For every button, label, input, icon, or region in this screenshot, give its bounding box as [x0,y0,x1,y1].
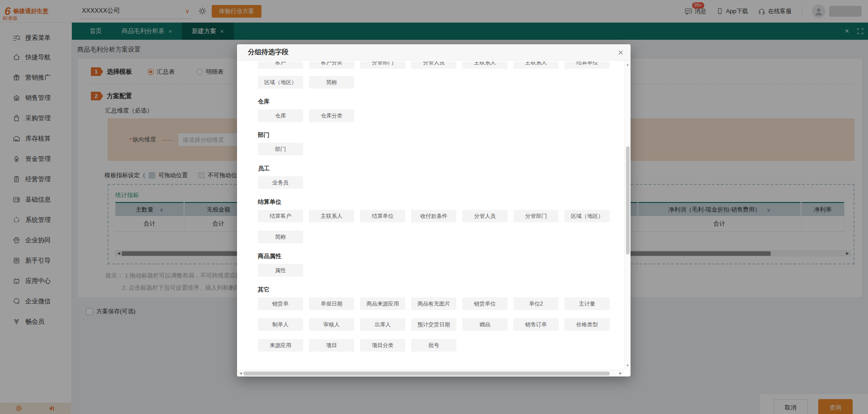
clipped-field-row: 客户客户分类分管部门分管人员主联系人主联系人结算单位 [258,61,624,69]
close-icon[interactable]: × [618,48,623,57]
field-button[interactable]: 结算单位 [360,210,405,222]
dialog-title: 分组待选字段 [248,48,289,56]
scroll-left-icon[interactable]: ◀ [237,370,244,376]
dialog-header: 分组待选字段 × [237,44,631,61]
field-button[interactable]: 主联系人 [513,61,559,69]
field-button[interactable]: 分管人员 [411,61,456,69]
field-button[interactable]: 分管人员 [462,210,508,222]
field-row: 仓库仓库分类 [258,109,624,122]
field-button[interactable]: 仓库 [258,109,303,122]
field-group-title: 其它 [258,286,624,294]
field-button[interactable]: 区域（地区） [258,76,303,89]
app-window: 6 畅捷通好生意 标准版 XXXXXX公司 ∨ 体验行业方案 消息 99+ Ap… [0,0,868,414]
field-row: 区域（地区）简称 [258,76,624,89]
scrollbar-thumb[interactable] [626,146,630,254]
field-group-title: 商品属性 [258,252,624,260]
modal-vertical-scrollbar[interactable]: ▲ ▼ [624,61,631,370]
field-button[interactable]: 商品来源应用 [360,297,405,310]
field-button[interactable]: 商品有无图片 [411,297,456,310]
modal-horizontal-scrollbar[interactable]: ◀ ▶ [237,370,624,376]
field-button[interactable]: 结算客户 [258,210,303,222]
scroll-up-icon[interactable]: ▲ [625,61,631,68]
field-button[interactable]: 结算单位 [564,61,610,69]
field-groups: 仓库仓库仓库分类部门部门员工业务员结算单位结算客户主联系人结算单位收付款条件分管… [258,98,624,352]
field-button[interactable]: 出库人 [360,318,405,331]
field-button[interactable]: 预计交货日期 [411,318,456,331]
field-button[interactable]: 销货单 [258,297,303,310]
field-button[interactable]: 主计量 [564,297,610,310]
field-group: 商品属性属性 [258,252,624,277]
field-button[interactable]: 来源应用 [258,339,303,352]
field-button[interactable]: 分管部门 [360,61,405,69]
field-button[interactable]: 属性 [258,264,303,277]
field-group: 结算单位结算客户主联系人结算单位收付款条件分管人员分管部门区域（地区）简称 [258,198,624,243]
field-button[interactable]: 价格类型 [564,318,610,331]
field-button[interactable]: 单据日期 [309,297,354,310]
field-row: 业务员 [258,176,624,189]
field-button[interactable]: 简称 [258,231,303,243]
field-group: 仓库仓库仓库分类 [258,98,624,122]
scrollbar-thumb[interactable] [243,372,610,376]
field-group: 员工业务员 [258,165,624,189]
field-button[interactable]: 单位2 [513,297,559,310]
field-row: 销货单单据日期商品来源应用商品有无图片销货单位单位2主计量 [258,297,624,310]
field-button[interactable]: 收付款条件 [411,210,456,222]
field-button[interactable]: 赠品 [462,318,508,331]
field-button[interactable]: 制单人 [258,318,303,331]
field-row: 来源应用项目项目分类批号 [258,339,624,352]
field-row: 结算客户主联系人结算单位收付款条件分管人员分管部门区域（地区） [258,210,624,222]
modal-field-area: 客户客户分类分管部门分管人员主联系人主联系人结算单位 区域（地区）简称 仓库仓库… [237,61,624,370]
field-button[interactable]: 项目 [309,339,354,352]
field-group-title: 员工 [258,165,624,173]
field-button[interactable]: 客户 [258,61,303,69]
field-button[interactable]: 分管部门 [513,210,559,222]
field-row: 制单人审核人出库人预计交货日期赠品销售订单价格类型 [258,318,624,331]
field-button[interactable]: 主联系人 [462,61,508,69]
field-button[interactable]: 项目分类 [360,339,405,352]
field-group: 部门部门 [258,131,624,155]
field-group-title: 仓库 [258,98,624,106]
field-button[interactable]: 审核人 [309,318,354,331]
field-row: 部门 [258,143,624,155]
field-button[interactable]: 客户分类 [309,61,354,69]
field-button[interactable]: 区域（地区） [564,210,610,222]
field-button[interactable]: 部门 [258,143,303,155]
scroll-right-icon[interactable]: ▶ [617,370,624,376]
field-row: 简称 [258,231,624,243]
field-button[interactable]: 简称 [309,76,354,89]
field-row: 属性 [258,264,624,277]
field-group-title: 结算单位 [258,198,624,206]
field-group: 其它销货单单据日期商品来源应用商品有无图片销货单位单位2主计量制单人审核人出库人… [258,286,624,352]
field-group-title: 部门 [258,131,624,139]
field-button[interactable]: 销货单位 [462,297,508,310]
field-button[interactable]: 业务员 [258,176,303,189]
field-button[interactable]: 仓库分类 [309,109,354,122]
field-button[interactable]: 主联系人 [309,210,354,222]
field-button[interactable]: 销售订单 [513,318,559,331]
group-fields-dialog: 分组待选字段 × 客户客户分类分管部门分管人员主联系人主联系人结算单位 区域（地… [237,44,631,376]
field-button[interactable]: 批号 [411,339,456,352]
scroll-down-icon[interactable]: ▼ [625,362,631,369]
